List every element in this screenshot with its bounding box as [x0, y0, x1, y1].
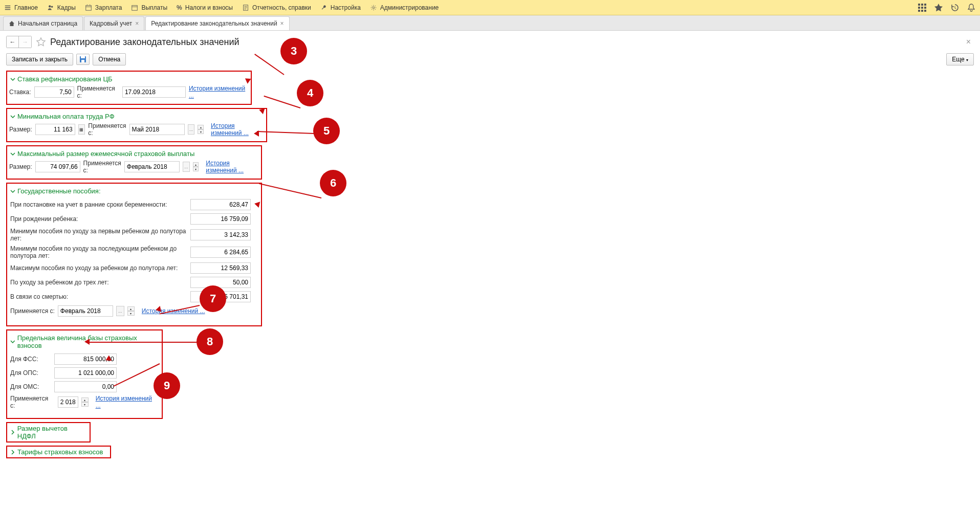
page-title: Редактирование законодательных значений — [50, 37, 239, 48]
section-min-wage[interactable]: Минимальная оплата труда РФ — [9, 110, 264, 122]
fss-label: Для ФСС: — [10, 356, 51, 363]
history-icon[interactable] — [950, 3, 960, 12]
svg-rect-8 — [924, 4, 926, 6]
more-button[interactable]: Еще ▾ — [946, 53, 974, 65]
svg-rect-11 — [924, 7, 926, 9]
benefit-input[interactable] — [190, 247, 251, 258]
svg-rect-14 — [924, 10, 926, 12]
callout-7: 7 — [200, 285, 226, 312]
history-link[interactable]: История изменений ... — [96, 395, 159, 409]
bell-icon[interactable] — [967, 3, 976, 12]
chevron-right-icon — [10, 450, 15, 455]
tab-edit[interactable]: Редактирование законодательных значений× — [145, 16, 289, 30]
benefit-input[interactable] — [190, 229, 251, 240]
favorite-icon[interactable] — [36, 37, 46, 47]
spin-up[interactable]: ▴ — [198, 125, 204, 129]
oms-input[interactable] — [54, 381, 117, 392]
applied-from-input[interactable] — [124, 161, 180, 172]
tab-kadr[interactable]: Кадровый учет× — [84, 16, 144, 30]
menu-otchetnost[interactable]: Отчетность, справки — [242, 4, 311, 11]
callout-4: 4 — [297, 80, 323, 106]
history-link[interactable]: История изменений ... — [206, 160, 259, 174]
svg-point-5 — [373, 7, 375, 9]
benefit-label: При постановке на учет в ранние сроки бе… — [10, 201, 190, 208]
menu-nalogi[interactable]: %Налоги и взносы — [177, 4, 233, 11]
benefit-input[interactable] — [190, 277, 251, 288]
section-insurance-tariffs[interactable]: Тарифы страховых взносов — [9, 448, 108, 456]
spin-down[interactable]: ▾ — [198, 129, 204, 134]
callout-3: 3 — [280, 38, 307, 64]
applied-from-input[interactable] — [122, 86, 186, 98]
document-icon — [242, 4, 249, 11]
svg-rect-2 — [86, 5, 92, 10]
hamburger-icon — [4, 4, 11, 11]
callout-9: 9 — [154, 372, 180, 399]
close-icon[interactable]: × — [135, 20, 139, 27]
calendar-icon — [85, 4, 92, 11]
spin-up[interactable]: ▴ — [81, 397, 89, 402]
svg-point-0 — [49, 5, 51, 7]
benefit-label: Минимум пособия по уходу за последующим … — [10, 245, 190, 259]
oms-label: Для ОМС: — [10, 383, 51, 390]
spin-down[interactable]: ▾ — [193, 167, 199, 171]
chevron-down-icon — [10, 77, 15, 82]
section-max-insurance[interactable]: Максимальный размер ежемесячной страхово… — [9, 148, 259, 160]
svg-rect-7 — [921, 4, 923, 6]
applied-from-input[interactable] — [58, 396, 78, 408]
rate-label: Ставка: — [9, 88, 31, 96]
gear-icon — [370, 4, 377, 11]
chevron-down-icon — [10, 339, 15, 344]
calc-button[interactable]: ▦ — [78, 124, 85, 135]
section-refinance-rate[interactable]: Ставка рефинансирования ЦБ — [9, 73, 249, 85]
history-link[interactable]: История изменений ... — [189, 85, 249, 99]
spin-down[interactable]: ▾ — [127, 311, 135, 316]
benefit-label: Максимум пособия по уходу за ребенком до… — [10, 264, 190, 272]
ops-input[interactable] — [54, 367, 117, 379]
applied-from-input[interactable] — [129, 124, 185, 135]
menu-kadry[interactable]: Кадры — [47, 4, 76, 11]
menu-admin[interactable]: Администрирование — [370, 4, 439, 11]
forward-button[interactable]: → — [19, 36, 31, 48]
nav-buttons: ← → — [6, 36, 32, 48]
spin-down[interactable]: ▾ — [81, 402, 89, 407]
percent-icon: % — [177, 4, 182, 11]
star-icon[interactable] — [934, 3, 943, 12]
section-ndfl-deductions[interactable]: Размер вычетов НДФЛ — [9, 424, 88, 440]
section-gov-benefits[interactable]: Государственные пособия: — [9, 185, 259, 197]
svg-rect-3 — [132, 5, 138, 10]
cancel-button[interactable]: Отмена — [93, 53, 126, 65]
picker-button[interactable]: … — [183, 162, 190, 172]
save-close-button[interactable]: Записать и закрыть — [6, 53, 73, 65]
benefit-label: По уходу за ребенком до трех лет: — [10, 279, 190, 286]
benefit-label: В связи со смертью: — [10, 293, 190, 300]
svg-rect-16 — [81, 56, 85, 58]
menu-main[interactable]: Главное — [4, 4, 38, 11]
tab-home[interactable]: Начальная страница — [3, 16, 83, 30]
back-button[interactable]: ← — [7, 36, 19, 48]
save-button[interactable] — [76, 54, 90, 65]
spin-up[interactable]: ▴ — [127, 306, 135, 311]
benefit-input[interactable] — [190, 262, 251, 274]
rate-input[interactable] — [34, 86, 74, 98]
benefit-input[interactable] — [190, 199, 251, 210]
benefit-input[interactable] — [190, 213, 251, 225]
svg-rect-12 — [918, 10, 920, 12]
svg-rect-6 — [918, 4, 920, 6]
wrench-icon — [320, 4, 328, 11]
close-page-button[interactable]: × — [963, 36, 974, 48]
menu-vyplaty[interactable]: Выплаты — [131, 4, 167, 11]
close-icon[interactable]: × — [280, 20, 284, 27]
svg-rect-10 — [921, 7, 923, 9]
spin-up[interactable]: ▴ — [193, 162, 199, 167]
size-input[interactable] — [35, 161, 80, 172]
applied-from-label: Применяется с: — [10, 395, 55, 409]
size-input[interactable] — [35, 124, 75, 135]
tab-bar: Начальная страница Кадровый учет× Редакт… — [0, 15, 980, 31]
menu-nastroyka[interactable]: Настройка — [320, 4, 361, 11]
applied-from-input[interactable] — [58, 305, 113, 317]
picker-button[interactable]: … — [116, 306, 124, 316]
people-icon — [47, 4, 54, 11]
picker-button[interactable]: … — [188, 124, 195, 135]
menu-zarplata[interactable]: Зарплата — [85, 4, 122, 11]
apps-icon[interactable] — [918, 3, 927, 12]
